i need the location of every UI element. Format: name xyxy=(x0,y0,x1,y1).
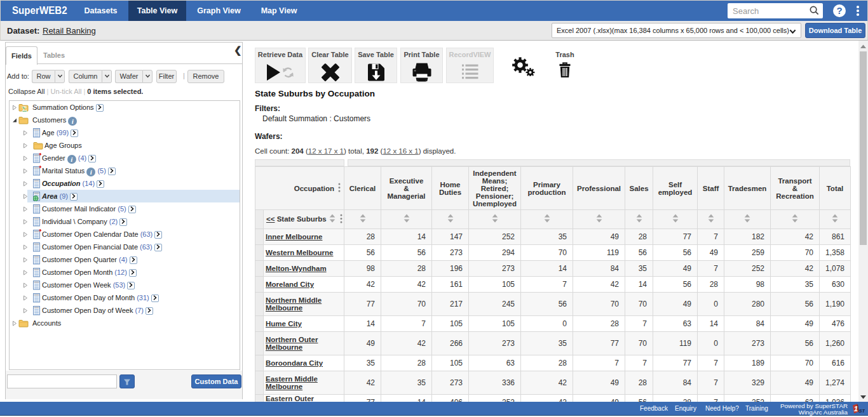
svg-text:ST: ST xyxy=(859,408,865,414)
svg-text:1: 1 xyxy=(854,405,858,413)
svg-text:Σ: Σ xyxy=(22,105,27,112)
